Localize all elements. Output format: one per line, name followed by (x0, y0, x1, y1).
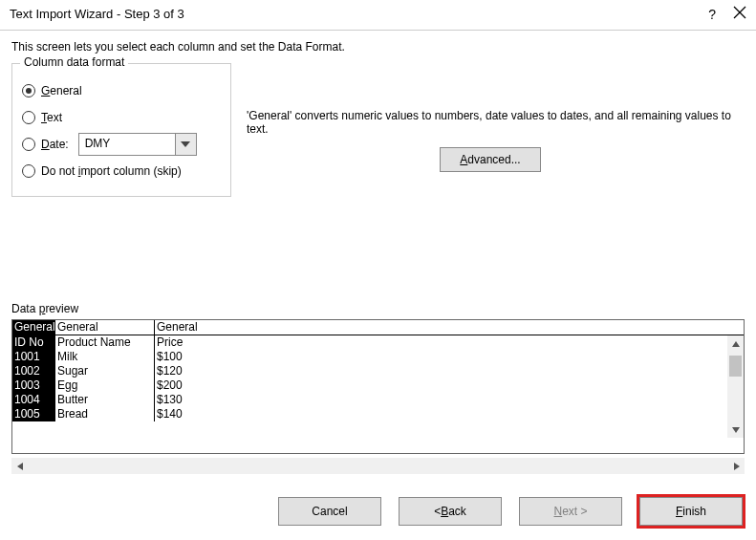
preview-cell: $140 (154, 407, 249, 421)
group-legend: Column data format (20, 55, 128, 69)
vertical-scrollbar[interactable] (727, 335, 744, 438)
preview-cell: Milk (54, 350, 154, 364)
radio-icon (22, 138, 35, 151)
preview-cell: Price (154, 335, 249, 350)
col-header[interactable]: General (12, 320, 54, 335)
format-description: 'General' converts numeric values to num… (247, 109, 734, 136)
radio-date-label: Date: (41, 138, 69, 151)
radio-icon (22, 84, 35, 97)
chevron-down-icon (175, 134, 196, 155)
intro-text: This screen lets you select each column … (11, 40, 745, 54)
close-icon[interactable] (733, 6, 746, 22)
preview-cell: $130 (154, 393, 249, 407)
scroll-right-icon[interactable] (728, 458, 745, 474)
col-header[interactable]: General (54, 320, 154, 335)
help-icon[interactable]: ? (708, 7, 716, 22)
radio-skip-label: Do not import column (skip) (41, 164, 182, 178)
preview-cell: 1001 (12, 350, 54, 364)
advanced-button[interactable]: Advanced... (440, 147, 540, 172)
preview-cell: ID No (12, 335, 54, 350)
radio-general[interactable]: General (22, 79, 221, 102)
preview-row: ID NoProduct NamePrice (12, 335, 744, 350)
radio-text-label: Text (41, 111, 62, 124)
preview-cell: $100 (154, 350, 249, 364)
preview-cell: 1003 (12, 378, 54, 393)
finish-button[interactable]: Finish (639, 497, 743, 526)
preview-header-row[interactable]: General General General (12, 320, 744, 335)
radio-icon (22, 111, 35, 124)
preview-cell: 1005 (12, 407, 54, 421)
radio-date[interactable]: Date: DMY (22, 133, 221, 156)
preview-cell: Product Name (54, 335, 154, 350)
dialog-title: Text Import Wizard - Step 3 of 3 (10, 7, 184, 21)
preview-cell: Bread (54, 407, 154, 421)
next-button: Next > (519, 497, 622, 526)
data-preview: General General General ID NoProduct Nam… (11, 319, 745, 454)
col-header[interactable]: General (154, 320, 249, 335)
preview-row: 1002Sugar$120 (12, 364, 744, 378)
date-format-select[interactable]: DMY (78, 133, 197, 156)
preview-label: Data preview (11, 302, 745, 315)
preview-cell: 1004 (12, 393, 54, 407)
horizontal-scrollbar[interactable] (11, 458, 745, 474)
radio-skip[interactable]: Do not import column (skip) (22, 160, 221, 183)
scroll-down-icon[interactable] (727, 421, 744, 438)
preview-row: 1005Bread$140 (12, 407, 744, 421)
radio-text[interactable]: Text (22, 106, 221, 129)
preview-cell: Egg (54, 378, 154, 393)
preview-cell: 1002 (12, 364, 54, 378)
preview-cell: $200 (154, 378, 249, 393)
preview-row: 1001Milk$100 (12, 350, 744, 364)
preview-cell: $120 (154, 364, 249, 378)
radio-icon (22, 164, 35, 178)
scroll-up-icon[interactable] (727, 335, 744, 352)
preview-row: 1003Egg$200 (12, 378, 744, 393)
scroll-thumb[interactable] (729, 356, 742, 377)
date-format-value: DMY (79, 134, 175, 155)
radio-general-label: General (41, 84, 82, 97)
cancel-button[interactable]: Cancel (278, 497, 381, 526)
preview-row: 1004Butter$130 (12, 393, 744, 407)
back-button[interactable]: < Back (399, 497, 502, 526)
preview-cell: Sugar (54, 364, 154, 378)
scroll-left-icon[interactable] (11, 458, 28, 474)
preview-cell: Butter (54, 393, 154, 407)
